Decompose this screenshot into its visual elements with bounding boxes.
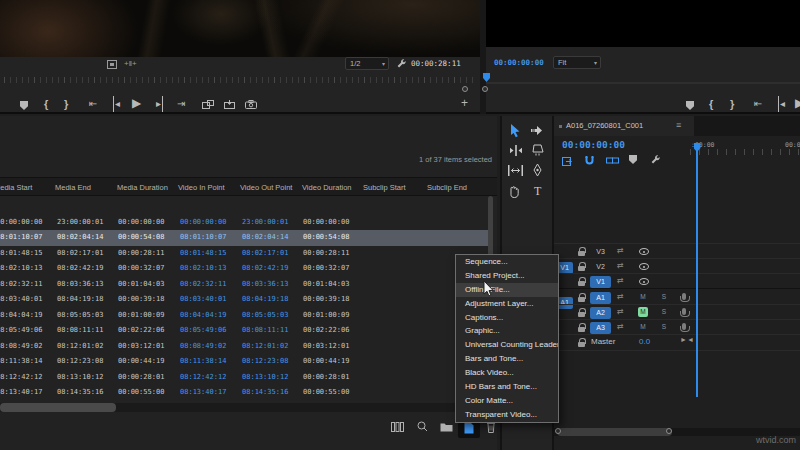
- table-row[interactable]: 08:04:04:1908:05:05:0300:01:00:0908:04:0…: [0, 308, 488, 323]
- program-zoom-handle[interactable]: [482, 86, 488, 92]
- timeline-scrollbar-thumb[interactable]: [557, 428, 672, 436]
- play-button[interactable]: ▶: [132, 95, 141, 111]
- horizontal-scrollbar[interactable]: [0, 403, 497, 412]
- step-back-button[interactable]: ◂: [113, 96, 120, 112]
- column-header[interactable]: Subclip Start: [363, 183, 406, 192]
- source-zoom-handle[interactable]: [462, 86, 468, 92]
- razor-tool[interactable]: [532, 144, 548, 160]
- menu-item-black-video[interactable]: Black Video...: [456, 366, 558, 380]
- mark-out-button[interactable]: }: [730, 96, 734, 112]
- track-badge-a1[interactable]: A1: [590, 292, 611, 304]
- comparison-view-icon[interactable]: +‖+: [124, 59, 137, 68]
- lock-icon[interactable]: [578, 251, 585, 256]
- mute-button[interactable]: M: [638, 322, 648, 332]
- lock-icon[interactable]: [578, 266, 585, 271]
- safe-margins-icon[interactable]: [107, 60, 117, 71]
- mark-out-button[interactable]: }: [64, 96, 68, 112]
- track-badge-v2[interactable]: V2: [590, 261, 611, 273]
- column-header[interactable]: Video Duration: [302, 183, 351, 192]
- go-to-in-button[interactable]: ⇤: [754, 96, 762, 112]
- timeline-zoom-handle-right[interactable]: [666, 428, 672, 434]
- column-header[interactable]: Subclip End: [427, 183, 467, 192]
- table-row[interactable]: 08:13:40:1708:14:35:1600:00:55:0008:13:4…: [0, 385, 488, 400]
- sync-lock-icon[interactable]: ⇄: [617, 293, 624, 301]
- overwrite-button[interactable]: [224, 100, 235, 111]
- menu-item-color-matte[interactable]: Color Matte...: [456, 394, 558, 408]
- settings-wrench-icon[interactable]: [396, 58, 407, 71]
- sync-lock-icon[interactable]: ⇄: [617, 277, 624, 285]
- add-marker-button[interactable]: [686, 99, 694, 115]
- track-header-v2[interactable]: V1V2⇄: [554, 259, 800, 274]
- go-to-out-button[interactable]: ⇥: [177, 96, 185, 112]
- play-button[interactable]: ▶: [795, 95, 800, 111]
- sync-lock-icon[interactable]: ⇄: [617, 308, 624, 316]
- lock-icon[interactable]: [578, 342, 585, 347]
- table-row[interactable]: 08:05:49:0608:08:11:1100:02:22:0608:05:4…: [0, 323, 488, 338]
- step-forward-button[interactable]: ▸: [156, 96, 163, 112]
- track-select-forward-tool[interactable]: [531, 125, 547, 141]
- find-icon[interactable]: [417, 421, 428, 443]
- nest-toggle-icon[interactable]: [562, 155, 574, 168]
- insert-button[interactable]: [202, 100, 214, 111]
- panel-menu-icon[interactable]: ≡: [676, 120, 681, 130]
- resolution-select[interactable]: 1/2▾: [345, 57, 389, 70]
- program-scrubber[interactable]: [486, 82, 800, 84]
- panel-divider[interactable]: [480, 0, 486, 114]
- table-row[interactable]: 08:01:48:1508:02:17:0100:00:28:1108:01:4…: [0, 246, 488, 261]
- menu-item-offline-file[interactable]: Offline File...: [456, 283, 558, 297]
- button-editor-plus[interactable]: +: [461, 95, 468, 111]
- menu-item-transparent-video[interactable]: Transparent Video...: [456, 408, 558, 422]
- hand-tool[interactable]: [509, 185, 525, 201]
- linked-selection-icon[interactable]: [606, 155, 619, 168]
- zoom-level-select[interactable]: Fit▾: [553, 56, 601, 69]
- menu-item-hd-bars-and-tone[interactable]: HD Bars and Tone...: [456, 380, 558, 394]
- table-row[interactable]: 08:08:49:0208:12:01:0200:03:12:0108:08:4…: [0, 339, 488, 354]
- go-to-in-button[interactable]: ⇤: [89, 96, 97, 112]
- timeline-settings-wrench-icon[interactable]: [650, 154, 661, 167]
- track-badge-v1[interactable]: V1: [590, 276, 611, 288]
- track-badge-v3[interactable]: V3: [590, 246, 611, 258]
- track-header-a2[interactable]: A2⇄MS: [554, 305, 800, 320]
- toggle-track-output-eye-icon[interactable]: [639, 278, 649, 285]
- column-header[interactable]: Media Duration: [117, 183, 168, 192]
- export-frame-button[interactable]: [245, 100, 257, 111]
- lock-icon[interactable]: [578, 281, 585, 286]
- step-back-button[interactable]: ◂: [778, 96, 785, 112]
- mute-button[interactable]: M: [638, 292, 648, 302]
- selection-tool[interactable]: [509, 124, 525, 140]
- slip-tool[interactable]: [508, 165, 524, 181]
- table-row[interactable]: 08:02:10:1308:02:42:1900:00:32:0708:02:1…: [0, 261, 488, 276]
- mark-in-button[interactable]: {: [709, 96, 713, 112]
- column-header[interactable]: Media Start: [0, 183, 32, 192]
- menu-item-adjustment-layer[interactable]: Adjustment Layer...: [456, 297, 558, 311]
- source-scrubber[interactable]: [4, 77, 474, 83]
- menu-item-sequence[interactable]: Sequence...: [456, 255, 558, 269]
- voiceover-mic-icon[interactable]: [682, 308, 686, 315]
- mute-button[interactable]: M: [638, 307, 648, 317]
- track-badge-a3[interactable]: A3: [590, 322, 611, 334]
- table-row[interactable]: 08:12:42:1208:13:10:1200:00:28:0108:12:4…: [0, 370, 488, 385]
- table-row[interactable]: 08:02:32:1108:03:36:1300:01:04:0308:02:3…: [0, 277, 488, 292]
- sync-lock-icon[interactable]: ⇄: [617, 247, 624, 255]
- menu-item-universal-counting-leader[interactable]: Universal Counting Leader...: [456, 338, 558, 352]
- menu-item-graphic[interactable]: Graphic...: [456, 324, 558, 338]
- menu-item-captions[interactable]: Captions...: [456, 311, 558, 325]
- track-header-v1[interactable]: V1⇄: [554, 274, 800, 289]
- horizontal-scrollbar-thumb[interactable]: [0, 403, 116, 412]
- track-header-v3[interactable]: V3⇄: [554, 244, 800, 259]
- timeline-timecode[interactable]: 00:00:00:00: [562, 139, 625, 150]
- timeline-ruler[interactable]: [690, 149, 800, 155]
- table-row[interactable]: 08:11:38:1408:12:23:0800:00:44:1908:11:3…: [0, 354, 488, 369]
- add-marker-icon[interactable]: [629, 155, 637, 166]
- mark-in-button[interactable]: {: [44, 96, 48, 112]
- lock-icon[interactable]: [578, 312, 585, 317]
- pen-tool[interactable]: [532, 164, 548, 180]
- column-header[interactable]: Video Out Point: [240, 183, 292, 192]
- ripple-edit-tool[interactable]: [509, 145, 525, 161]
- track-header-a1[interactable]: A1A1⇄MS: [554, 290, 800, 305]
- timeline-playhead-line[interactable]: [696, 143, 698, 397]
- menu-item-shared-project[interactable]: Shared Project...: [456, 269, 558, 283]
- column-header[interactable]: Media End: [55, 183, 91, 192]
- add-marker-button[interactable]: [20, 99, 28, 115]
- voiceover-mic-icon[interactable]: [682, 293, 686, 300]
